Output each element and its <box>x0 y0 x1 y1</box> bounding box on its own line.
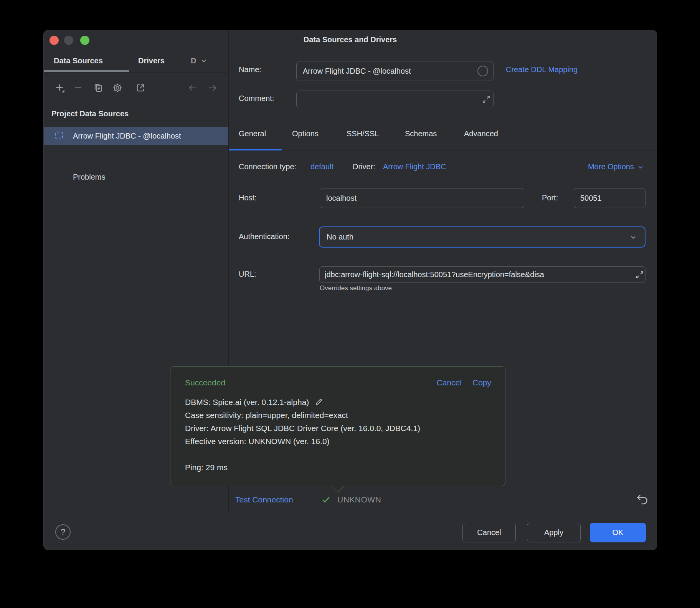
tab-advanced[interactable]: Advanced <box>464 129 498 138</box>
driver-value-link[interactable]: Arrow Flight JDBC <box>383 162 446 171</box>
driver-label: Driver: <box>353 162 375 171</box>
window-title: Data Sources and Drivers <box>44 35 657 44</box>
footer-divider <box>44 513 657 513</box>
test-connection-link[interactable]: Test Connection <box>235 495 293 504</box>
more-options-dropdown[interactable]: More Options <box>588 162 645 171</box>
data-source-list-item-selected[interactable]: Arrow Flight JDBC - @localhost <box>44 127 228 145</box>
name-input[interactable] <box>296 61 494 81</box>
connection-type-value-link[interactable]: default <box>310 162 333 171</box>
url-hint: Overrides settings above <box>320 284 392 292</box>
back-arrow-icon[interactable] <box>187 83 198 93</box>
desktop-background: Data Sources and Drivers Data Sources Dr… <box>0 0 700 608</box>
more-options-label: More Options <box>588 162 634 171</box>
host-input[interactable] <box>320 188 524 208</box>
port-label: Port: <box>542 193 558 202</box>
authentication-select[interactable]: No auth <box>319 226 646 248</box>
popup-header: Succeeded Cancel Copy <box>185 378 491 387</box>
dbms-line: DBMS: Spice.ai (ver. 0.12.1-alpha) <box>185 396 494 409</box>
tab-ssh-ssl[interactable]: SSH/SSL <box>347 129 379 138</box>
tab-schemas[interactable]: Schemas <box>405 129 437 138</box>
sidebar-tab-strip: Data Sources Drivers D <box>44 49 228 73</box>
url-label: URL: <box>239 270 256 279</box>
test-connection-popup: Succeeded Cancel Copy DBMS: Spice.ai (ve… <box>170 366 505 486</box>
success-checkmark-icon <box>321 494 331 505</box>
add-data-source-button[interactable] <box>54 83 65 93</box>
gear-icon[interactable] <box>112 83 123 93</box>
comment-input[interactable] <box>296 91 494 108</box>
chevron-down-icon <box>636 163 645 171</box>
popup-pointer <box>331 479 344 492</box>
popup-copy-link[interactable]: Copy <box>472 378 491 387</box>
expand-editor-icon[interactable] <box>481 94 491 104</box>
loading-ring-icon <box>477 66 488 76</box>
dbms-text: DBMS: Spice.ai (ver. 0.12.1-alpha) <box>185 398 309 406</box>
tab-overflow[interactable]: D <box>191 49 196 73</box>
name-label: Name: <box>239 65 261 74</box>
status-badge: Succeeded <box>185 378 225 387</box>
chevron-down-icon[interactable] <box>199 56 209 66</box>
case-sensitivity-line: Case sensitivity: plain=upper, delimited… <box>185 409 494 422</box>
sidebar-divider <box>44 156 228 156</box>
ping-line: Ping: 29 ms <box>185 461 494 474</box>
host-label: Host: <box>239 193 257 202</box>
sidebar-item-problems[interactable]: Problems <box>73 173 105 182</box>
project-data-sources-header: Project Data Sources <box>51 109 129 118</box>
tab-general[interactable]: General <box>239 129 266 138</box>
ok-button[interactable]: OK <box>590 523 646 542</box>
expand-editor-icon[interactable] <box>635 270 645 280</box>
authentication-label: Authentication: <box>239 232 289 241</box>
url-input[interactable] <box>319 266 646 283</box>
driver-line: Driver: Arrow Flight SQL JDBC Driver Cor… <box>185 422 494 435</box>
undo-icon[interactable] <box>635 492 650 507</box>
tab-drivers[interactable]: Drivers <box>138 49 165 73</box>
tab-options[interactable]: Options <box>292 129 319 138</box>
data-source-name: Arrow Flight JDBC - @localhost <box>73 127 181 145</box>
tab-data-sources[interactable]: Data Sources <box>54 49 103 73</box>
help-button[interactable]: ? <box>55 524 71 540</box>
settings-tab-border <box>229 150 657 151</box>
duplicate-icon[interactable] <box>93 83 104 93</box>
effective-version-line: Effective version: UNKNOWN (ver. 16.0) <box>185 435 494 448</box>
forward-arrow-icon[interactable] <box>207 83 218 93</box>
edit-pencil-icon[interactable] <box>314 398 323 406</box>
chevron-down-icon <box>629 233 638 242</box>
active-tab-indicator <box>44 70 129 72</box>
authentication-value: No auth <box>327 233 353 241</box>
name-field-wrap <box>296 61 494 81</box>
comment-field-wrap <box>296 91 494 108</box>
blank-line <box>185 448 494 461</box>
data-sources-dialog: Data Sources and Drivers Data Sources Dr… <box>43 30 657 550</box>
url-field-wrap <box>319 266 646 283</box>
popup-details: DBMS: Spice.ai (ver. 0.12.1-alpha) Case … <box>185 396 494 474</box>
connection-type-label: Connection type: <box>239 162 296 171</box>
open-in-new-window-icon[interactable] <box>135 83 146 93</box>
apply-button[interactable]: Apply <box>527 523 581 542</box>
comment-label: Comment: <box>239 94 274 103</box>
connection-status-text: UNKNOWN <box>337 495 381 504</box>
create-ddl-mapping-link[interactable]: Create DDL Mapping <box>506 65 578 74</box>
remove-button[interactable] <box>73 83 84 93</box>
cancel-button[interactable]: Cancel <box>462 523 516 542</box>
popup-cancel-link[interactable]: Cancel <box>437 378 462 387</box>
port-input[interactable] <box>574 188 646 208</box>
driver-icon <box>55 132 63 139</box>
